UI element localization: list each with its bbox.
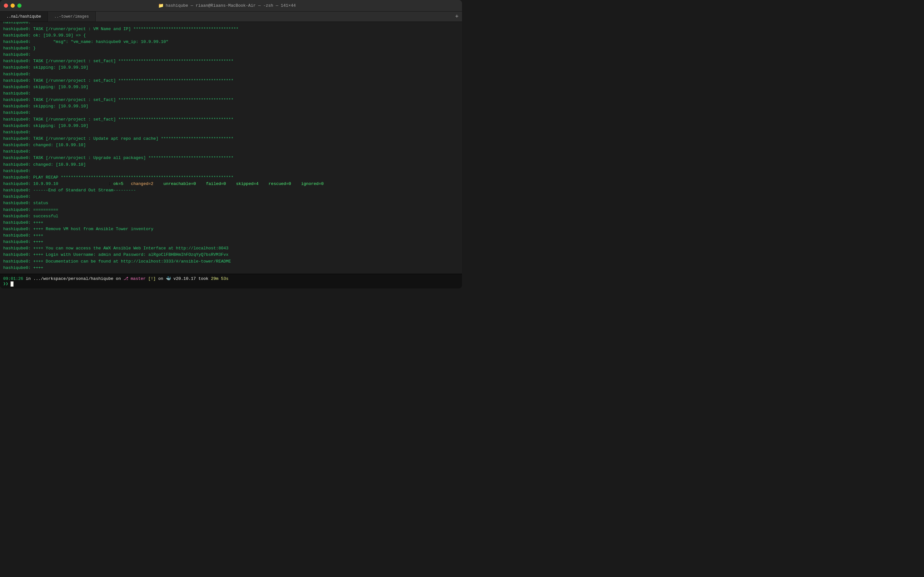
title-text: hashiqube — riaan@Riaans-MacBook-Air — -… xyxy=(166,3,296,8)
terminal-line: hashiqube0: TASK [/runner/project : set_… xyxy=(3,116,459,123)
terminal-line: hashiqube0: skipping: [10.9.99.10] xyxy=(3,103,459,110)
terminal-line: hashiqube0: xyxy=(3,168,459,174)
traffic-lights xyxy=(4,3,21,8)
tab-label-1: ..nal/hashiqube xyxy=(6,15,41,19)
terminal-line: hashiqube0: TASK [/runner/project : set_… xyxy=(3,58,459,64)
terminal-line: hashiqube0: ++++ Remove VM host from Ans… xyxy=(3,226,459,232)
terminal-line: hashiqube0: TASK [/runner/project : Upda… xyxy=(3,135,459,142)
terminal-line: hashiqube0: ++++ xyxy=(3,232,459,239)
terminal-line: hashiqube0: PLAY RECAP *****************… xyxy=(3,174,459,181)
terminal-line: hashiqube0: ========== xyxy=(3,207,459,213)
terminal-line: hashiqube0: ++++ xyxy=(3,265,459,271)
tabs-row: ..nal/hashiqube ..-tower/images + xyxy=(0,11,462,22)
terminal-line: hashiqube0: xyxy=(3,148,459,155)
folder-icon: 📁 xyxy=(158,3,164,8)
terminal-line: hashiqube0: ++++ You can now access the … xyxy=(3,245,459,251)
terminal-line: hashiqube0: skipping: [10.9.99.10] xyxy=(3,64,459,71)
terminal-line: hashiqube0: ++++ Login with Username: ad… xyxy=(3,251,459,258)
terminal-line: hashiqube0: xyxy=(3,71,459,77)
terminal-line: hashiqube0: xyxy=(3,110,459,116)
terminal-line: hashiqube0: xyxy=(3,193,459,200)
terminal-window: 📁 hashiqube — riaan@Riaans-MacBook-Air —… xyxy=(0,0,462,288)
tab-tower-images[interactable]: ..-tower/images xyxy=(48,11,95,21)
terminal-line: hashiqube0: TASK [/runner/project : Upgr… xyxy=(3,155,459,161)
terminal-line: hashiqube0: "msg": "vm_name: hashiqube0 … xyxy=(3,39,459,45)
terminal-line: hashiqube0: } xyxy=(3,45,459,52)
minimize-button[interactable] xyxy=(11,3,15,8)
terminal-line: hashiqube0: ++++ xyxy=(3,219,459,226)
terminal-line: hashiqube0: changed: [10.9.99.10] xyxy=(3,142,459,148)
terminal-line: hashiqube0: xyxy=(3,129,459,135)
terminal-line: hashiqube0: xyxy=(3,90,459,97)
terminal-line: hashiqube0: skipping: [10.9.99.10] xyxy=(3,84,459,90)
titlebar: 📁 hashiqube — riaan@Riaans-MacBook-Air —… xyxy=(0,0,462,11)
terminal-line: hashiqube0: TASK [/runner/project : VM N… xyxy=(3,26,459,32)
terminal-line: hashiqube0: 10.9.99.10 : ok=5 changed=2 … xyxy=(3,181,459,187)
terminal-line: hashiqube0: xyxy=(3,22,459,26)
terminal-line: hashiqube0: TASK [/runner/project : set_… xyxy=(3,77,459,84)
tab-label-2: ..-tower/images xyxy=(54,15,89,19)
terminal-line: hashiqube0: xyxy=(3,52,459,58)
prompt-line: 09:01:26 in .../workspace/personal/hashi… xyxy=(0,274,462,288)
maximize-button[interactable] xyxy=(17,3,21,8)
window-title: 📁 hashiqube — riaan@Riaans-MacBook-Air —… xyxy=(158,3,296,8)
terminal-line: hashiqube0: successful xyxy=(3,213,459,219)
terminal-output[interactable]: hashiqube0: ok: [10.9.99.10] => {hashiqu… xyxy=(0,22,462,274)
terminal-line: hashiqube0: changed: [10.9.99.10] xyxy=(3,161,459,168)
terminal-line: hashiqube0: status xyxy=(3,200,459,206)
terminal-line: hashiqube0: skipping: [10.9.99.10] xyxy=(3,123,459,129)
terminal-line: hashiqube0: ++++ xyxy=(3,239,459,245)
terminal-line: hashiqube0: ++++ Documentation can be fo… xyxy=(3,258,459,265)
terminal-line: hashiqube0: ok: [10.9.99.10] => { xyxy=(3,32,459,39)
new-tab-button[interactable]: + xyxy=(452,11,462,21)
close-button[interactable] xyxy=(4,3,8,8)
tab-hashiqube[interactable]: ..nal/hashiqube xyxy=(0,11,48,21)
terminal-line: hashiqube0: TASK [/runner/project : set_… xyxy=(3,97,459,103)
terminal-line: hashiqube0: ------End of Standard Out St… xyxy=(3,187,459,193)
